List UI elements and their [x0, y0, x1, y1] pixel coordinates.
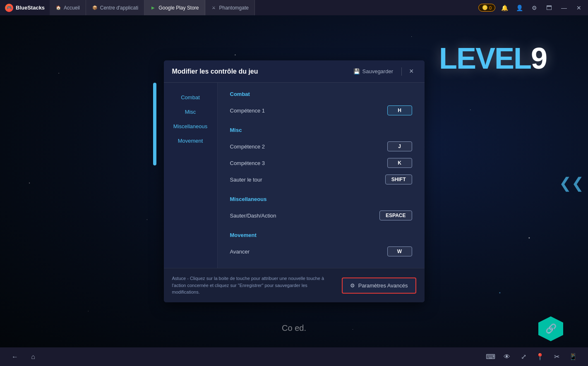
tab-centre-icon: 📦 — [92, 5, 98, 11]
taskbar-right: 🪙 0 🔔 👤 ⚙ 🗖 — ✕ — [475, 2, 588, 14]
tabs-area: 🏠 Accueil 📦 Centre d'applicati ▶ Google … — [50, 0, 475, 15]
account-btn[interactable]: 👤 — [514, 2, 525, 14]
close-window-btn[interactable]: ✕ — [573, 2, 585, 14]
sidebar-item-miscellaneous[interactable]: Miscellaneous — [164, 120, 217, 133]
key-sauter-tour[interactable]: SHIFT — [385, 175, 412, 184]
advanced-settings-label: Paramètres Avancés — [358, 282, 408, 289]
tab-centre[interactable]: 📦 Centre d'applicati — [86, 0, 144, 15]
modal-header: Modifier les contrôle du jeu 💾 Sauvegard… — [164, 60, 425, 83]
section-miscellaneous-header: Miscellaneous — [230, 188, 412, 207]
notification-btn[interactable]: 🔔 — [499, 2, 510, 14]
settings-btn[interactable]: ⚙ — [528, 2, 540, 14]
modal-title: Modifier les contrôle du jeu — [172, 68, 258, 75]
phone-btn[interactable]: 📱 — [566, 350, 580, 364]
coin-icon: 🪙 — [482, 5, 488, 10]
label-competence2: Compétence 2 — [230, 144, 265, 150]
label-sauter-dash: Sauter/Dash/Action — [230, 213, 276, 219]
tab-centre-label: Centre d'applicati — [100, 5, 138, 11]
save-label: Sauvegarder — [362, 68, 393, 74]
footer-tip-text: Astuce - Cliquez sur la boite de touche … — [172, 275, 335, 296]
label-competence3: Compétence 3 — [230, 160, 265, 166]
control-row-competence2: Compétence 2 J — [230, 138, 412, 155]
control-row-sauter-dash: Sauter/Dash/Action ESPACE — [230, 207, 412, 224]
close-button[interactable]: × — [407, 66, 416, 77]
sidebar-item-movement[interactable]: Movement — [164, 134, 217, 147]
label-avancer: Avancer — [230, 249, 250, 255]
taskbar: 🎮 BlueStacks 🏠 Accueil 📦 Centre d'applic… — [0, 0, 588, 15]
fullscreen-btn[interactable]: ⤢ — [517, 350, 530, 364]
key-sauter-dash[interactable]: ESPACE — [379, 211, 412, 220]
section-movement-header: Movement — [230, 224, 412, 243]
tab-playstore-label: Google Play Store — [158, 5, 199, 11]
modal-body: Combat Misc Miscellaneous Movement Comba… — [164, 83, 425, 268]
label-sauter-tour: Sauter le tour — [230, 177, 262, 183]
label-competence1: Compétence 1 — [230, 108, 265, 114]
header-divider — [401, 67, 402, 76]
coin-badge: 🪙 0 — [478, 4, 495, 12]
advanced-settings-button[interactable]: ⚙ Paramètres Avancés — [342, 277, 416, 294]
location-btn[interactable]: 📍 — [533, 350, 547, 364]
restore-btn[interactable]: 🗖 — [543, 2, 555, 14]
sidebar-item-misc[interactable]: Misc — [164, 105, 217, 118]
modal-sidebar: Combat Misc Miscellaneous Movement — [164, 83, 218, 268]
brand-label: BlueStacks — [16, 5, 45, 11]
brand-icon: 🎮 — [5, 4, 13, 12]
footer-tip-content: Astuce - Cliquez sur la boite de touche … — [172, 276, 324, 294]
tab-accueil[interactable]: 🏠 Accueil — [50, 0, 86, 15]
section-combat-header: Combat — [230, 83, 412, 102]
key-competence1[interactable]: H — [387, 105, 412, 115]
control-row-competence3: Compétence 3 K — [230, 155, 412, 171]
modal-header-right: 💾 Sauvegarder × — [350, 66, 416, 77]
tab-playstore-icon: ▶ — [150, 5, 156, 11]
back-button[interactable]: ← — [8, 350, 22, 364]
brand-area: 🎮 BlueStacks — [0, 0, 50, 15]
coin-count: 0 — [489, 5, 492, 10]
advanced-settings-icon: ⚙ — [350, 282, 355, 289]
eye-btn[interactable]: 👁 — [500, 350, 514, 364]
bottombar-left: ← ⌂ — [8, 350, 40, 364]
modal-dialog: Modifier les contrôle du jeu 💾 Sauvegard… — [164, 60, 425, 302]
bottombar: ← ⌂ ⌨ 👁 ⤢ 📍 ✂ 📱 — [0, 347, 588, 366]
minimize-btn[interactable]: — — [558, 2, 570, 14]
tab-accueil-label: Accueil — [64, 5, 80, 11]
modal-content-area: Combat Compétence 1 H Misc Compétence 2 … — [218, 83, 425, 268]
key-competence3[interactable]: K — [387, 158, 412, 168]
modal-footer: Astuce - Cliquez sur la boite de touche … — [164, 268, 425, 302]
tab-phantomgate[interactable]: ⚔ Phantomgate — [205, 0, 255, 15]
save-icon: 💾 — [353, 68, 360, 74]
control-row-avancer: Avancer W — [230, 243, 412, 260]
sidebar-item-combat[interactable]: Combat — [164, 91, 217, 104]
home-button[interactable]: ⌂ — [26, 350, 40, 364]
section-misc-header: Misc — [230, 119, 412, 138]
tab-phantomgate-label: Phantomgate — [219, 5, 249, 11]
keyboard-btn[interactable]: ⌨ — [484, 350, 497, 364]
key-competence2[interactable]: J — [387, 141, 412, 151]
modal-overlay: Modifier les contrôle du jeu 💾 Sauvegard… — [0, 15, 588, 347]
tab-phantomgate-icon: ⚔ — [211, 5, 217, 11]
save-button[interactable]: 💾 Sauvegarder — [350, 67, 396, 76]
control-row-sauter-tour: Sauter le tour SHIFT — [230, 171, 412, 188]
bottombar-right: ⌨ 👁 ⤢ 📍 ✂ 📱 — [484, 350, 580, 364]
control-row-competence1: Compétence 1 H — [230, 102, 412, 119]
key-avancer[interactable]: W — [387, 246, 412, 256]
tab-accueil-icon: 🏠 — [55, 5, 61, 11]
cut-btn[interactable]: ✂ — [550, 350, 563, 364]
tab-playstore[interactable]: ▶ Google Play Store — [144, 0, 205, 15]
